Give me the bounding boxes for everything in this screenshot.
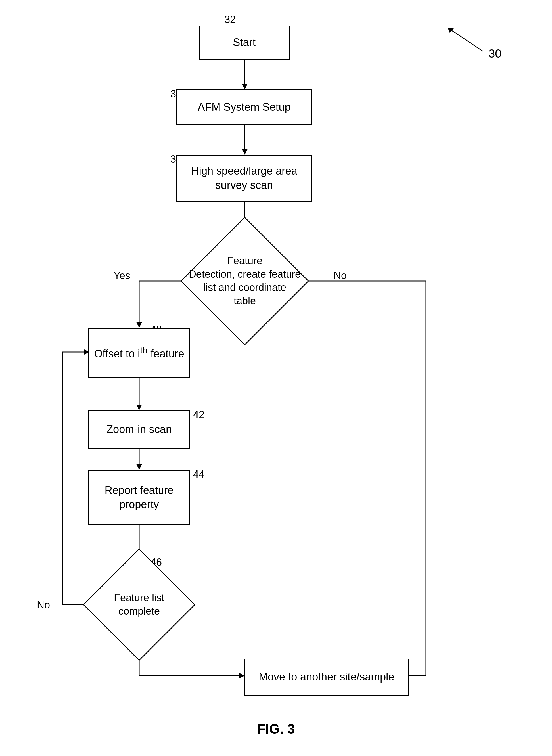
move-site-box: Move to another site/sample <box>244 659 409 696</box>
zoom-scan-box: Zoom-in scan <box>88 410 190 449</box>
afm-setup-box: AFM System Setup <box>176 90 312 125</box>
report-feature-box: Report featureproperty <box>88 470 190 525</box>
label-30: 30 <box>489 47 502 60</box>
svg-marker-1 <box>242 84 248 90</box>
feature-detection-diamond: FeatureDetection, create featurelist and… <box>160 236 330 326</box>
svg-marker-3 <box>242 149 248 155</box>
no-label-bottom: No <box>37 599 50 611</box>
svg-marker-16 <box>136 464 142 470</box>
label-44: 44 <box>193 468 204 480</box>
label-32: 32 <box>224 14 236 25</box>
svg-line-26 <box>449 28 483 51</box>
start-box: Start <box>199 25 290 59</box>
figure-caption: FIG. 3 <box>213 721 339 737</box>
svg-marker-14 <box>136 405 142 410</box>
flowchart-diagram: 32 Start 30 34 AFM System Setup 36 High … <box>0 0 552 756</box>
svg-marker-21 <box>239 673 245 678</box>
svg-marker-27 <box>448 28 454 33</box>
feature-list-diamond: Feature listcomplete <box>77 561 201 649</box>
offset-box: Offset to ith feature <box>88 328 190 377</box>
svg-marker-8 <box>136 322 142 328</box>
label-42: 42 <box>193 409 204 421</box>
yes-label-left: Yes <box>114 270 130 282</box>
survey-scan-box: High speed/large areasurvey scan <box>176 155 312 201</box>
no-label-right: No <box>334 270 347 282</box>
